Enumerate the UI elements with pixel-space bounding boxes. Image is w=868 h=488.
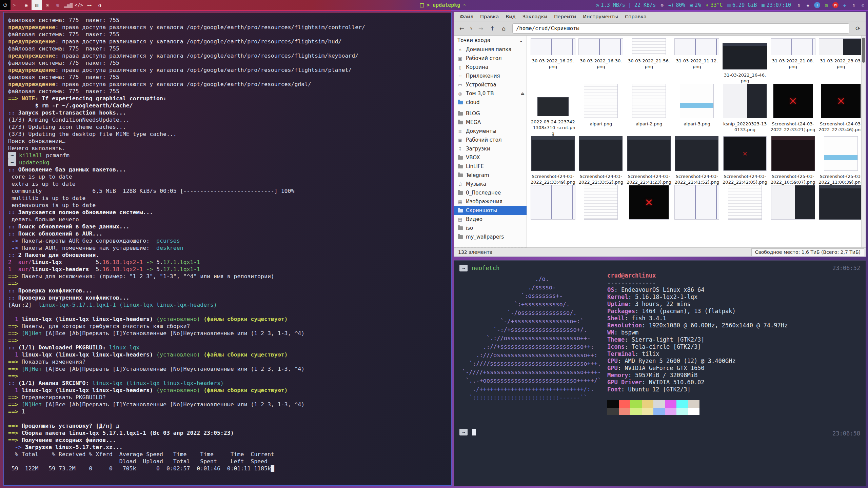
sidebar-item-documents[interactable]: ≣Документы xyxy=(454,127,527,136)
workspace-files-icon[interactable]: ▤ xyxy=(32,0,42,10)
back-button[interactable]: ← xyxy=(457,23,467,34)
workspace-browser-icon[interactable]: ◉ xyxy=(21,0,32,10)
terminal-line: :: Поиск обновлений в AUR... xyxy=(8,230,447,237)
tray-update-icon[interactable]: ↑ xyxy=(814,2,820,8)
launcher-key-icon[interactable]: ⊶ xyxy=(84,0,95,10)
workspace-chat-icon[interactable]: ✉ xyxy=(42,0,53,10)
file-item[interactable] xyxy=(769,185,817,220)
sidebar-item-desktop[interactable]: ▣Рабочий стол xyxy=(454,54,527,63)
sidebar-item-screenshots[interactable]: Скриншоты xyxy=(454,206,527,215)
places-mode-selector[interactable]: Точки входа ⌄ xyxy=(454,36,527,45)
file-item[interactable]: 30-03-2022_21-56.png xyxy=(625,38,673,84)
file-item[interactable]: 31-03-2022_21-08.png xyxy=(769,38,817,84)
file-item[interactable] xyxy=(673,185,721,220)
pcmanfm-window[interactable]: ФайлПравкаВидЗакладкиПерейтиИнструментыС… xyxy=(454,12,866,257)
sidebar-item-vbox[interactable]: VBOX xyxy=(454,153,527,162)
tray-idea-icon[interactable]: ☉ xyxy=(860,2,866,8)
menu-вид[interactable]: Вид xyxy=(502,13,518,20)
sidebar-item-devices[interactable]: ▭Устройства xyxy=(454,80,527,89)
sidebar-item-my-wallpapers[interactable]: my_wallpapers xyxy=(454,232,527,241)
reload-button[interactable]: ⟳ xyxy=(853,23,863,34)
terminal-line: ~updatepkg xyxy=(8,159,447,166)
sidebar-item-telegram[interactable]: Telegram xyxy=(454,171,527,180)
file-item[interactable]: Screenshot-(24-03-2022_22:33:49).png xyxy=(529,136,577,185)
back-dropdown-button[interactable]: ∨ xyxy=(468,23,474,34)
menu-перейти[interactable]: Перейти xyxy=(551,13,579,20)
file-item[interactable]: Screenshot-(25-03-2022_11:00:39).png xyxy=(817,136,865,185)
file-item[interactable] xyxy=(577,185,625,220)
file-item[interactable] xyxy=(721,185,769,220)
sidebar-item-blog[interactable]: BLOG xyxy=(454,109,527,118)
tray-network-icon[interactable]: ▧ xyxy=(823,2,829,8)
workspace-windows-icon[interactable]: ⊞ xyxy=(53,0,63,10)
launcher-code-icon[interactable]: </> xyxy=(74,0,84,10)
file-list[interactable]: 30-03-2022_16-29.png30-03-2022_16-30.png… xyxy=(527,36,866,247)
volume-indicator[interactable]: ◄) 80% xyxy=(668,2,685,8)
terminal-window-updatepkg[interactable]: файловая система: 775 пакет: 755предупре… xyxy=(3,12,452,486)
eject-icon[interactable]: ⏏ xyxy=(521,91,525,96)
terminal-line xyxy=(8,415,447,422)
sidebar-item-cloud[interactable]: cloud xyxy=(454,98,527,107)
path-input[interactable]: /home/crud/Скриншоты xyxy=(512,23,849,34)
file-item[interactable]: 30-03-2022_16-30.png xyxy=(577,38,625,84)
menu-правка[interactable]: Правка xyxy=(477,13,502,20)
up-button[interactable]: ↑ xyxy=(487,23,497,34)
menu-закладки[interactable]: Закладки xyxy=(519,13,550,20)
menu-инструменты[interactable]: Инструменты xyxy=(580,13,621,20)
file-item[interactable]: alpari-2.png xyxy=(625,84,673,136)
scrollbar[interactable] xyxy=(861,36,866,247)
sidebar-item-pictures[interactable]: ▦Изображения xyxy=(454,197,527,206)
sidebar-item-iso[interactable]: iso xyxy=(454,224,527,232)
terminal-line: Поиск обновлений… xyxy=(8,138,447,145)
file-item[interactable]: ✕ xyxy=(625,185,673,220)
file-item[interactable] xyxy=(529,185,577,220)
file-item[interactable]: 31-03-2022_23-03.png xyxy=(817,38,865,84)
tray-device-icon[interactable]: ▯ xyxy=(851,2,857,8)
file-item[interactable]: ✕Screenshot-(24-03-2022_22:42:05).png xyxy=(721,136,769,185)
menu-файл[interactable]: Файл xyxy=(457,13,476,20)
file-item[interactable]: 30-03-2022_16-29.png xyxy=(529,38,577,84)
workspace-chart-icon[interactable]: ▂▅▇ xyxy=(63,0,74,10)
sidebar-item-music[interactable]: ♫Музыка xyxy=(454,180,527,188)
tray-mega-icon[interactable]: M xyxy=(832,2,839,8)
power-icon[interactable]: ⏻ xyxy=(0,0,11,10)
clock[interactable]: ▦ 23:07:10 xyxy=(762,2,791,8)
sidebar-item-applications[interactable]: ∷Приложения xyxy=(454,72,527,80)
sidebar-item-video[interactable]: ▤Видео xyxy=(454,215,527,224)
file-item[interactable]: Screenshot-(24-03-2022_22:41:52).png xyxy=(673,136,721,185)
terminal-window-neofetch[interactable]: ~ neofetch 23:06:52 ./o. ./sssso- `:osss… xyxy=(454,260,866,486)
tray-battery-icon[interactable]: ▯ xyxy=(796,2,802,8)
tray-deluge-icon[interactable]: ◆ xyxy=(842,2,848,8)
sidebar-item-desktop2[interactable]: ▣Рабочий стол xyxy=(454,136,527,144)
terminal-line: предупреждение: права доступа различаютс… xyxy=(8,81,447,88)
sidebar-item-linlife[interactable]: LinLIFE xyxy=(454,162,527,171)
file-item[interactable]: 31-03-2022_16-46.png xyxy=(721,38,769,84)
sidebar-item-trash[interactable]: ▯Корзина xyxy=(454,63,527,72)
scrollbar-thumb[interactable] xyxy=(862,38,865,63)
file-item[interactable]: Screenshot-(25-03-2022_10:59:07).png xyxy=(769,136,817,185)
workspace-terminal-icon[interactable]: >_ xyxy=(11,0,21,10)
sidebar-item-downloads[interactable]: ↧Загрузки xyxy=(454,144,527,153)
launcher-record-icon[interactable]: ◑ xyxy=(95,0,105,10)
sidebar-item-0-poslednee[interactable]: 0_Последнее xyxy=(454,188,527,197)
file-item[interactable]: Screenshot-(24-03-2022_22:33:52).png xyxy=(577,136,625,185)
sidebar-item-label: LinLIFE xyxy=(466,163,484,169)
file-item[interactable]: alpari-3.png xyxy=(673,84,721,136)
file-item[interactable]: ✕Screenshot-(24-03-2022_22:33:46).png xyxy=(817,84,865,136)
forward-button[interactable]: → xyxy=(476,23,486,34)
file-item[interactable]: ksnip_20220323-130133.png xyxy=(721,84,769,136)
home-button[interactable]: ⌂ xyxy=(499,23,509,34)
file-item[interactable]: alpari.png xyxy=(577,84,625,136)
sidebar-item-volume[interactable]: ◎Том 3,0 ТВ⏏ xyxy=(454,89,527,98)
file-item[interactable] xyxy=(817,185,865,220)
globe-indicator[interactable]: ⊕ xyxy=(660,2,663,8)
file-item[interactable]: Screenshot-(24-03-2022_22:41:23).png xyxy=(625,136,673,185)
file-item[interactable]: 2022-03-24-223742_1308x710_scrot.png xyxy=(529,84,577,136)
tray-pattern-icon[interactable]: ◈ xyxy=(805,2,811,8)
file-item[interactable]: 31-03-2022_11-12.png xyxy=(673,38,721,84)
sidebar-item-home[interactable]: ⌂Домашняя папка xyxy=(454,45,527,54)
terminal-line: :: Обновление баз данных пакетов... xyxy=(8,166,447,173)
sidebar-item-mega[interactable]: MEGA xyxy=(454,118,527,127)
file-item[interactable]: ✕Screenshot-(24-03-2022_22:33:21).png xyxy=(769,84,817,136)
menu-справка[interactable]: Справка xyxy=(622,13,650,20)
